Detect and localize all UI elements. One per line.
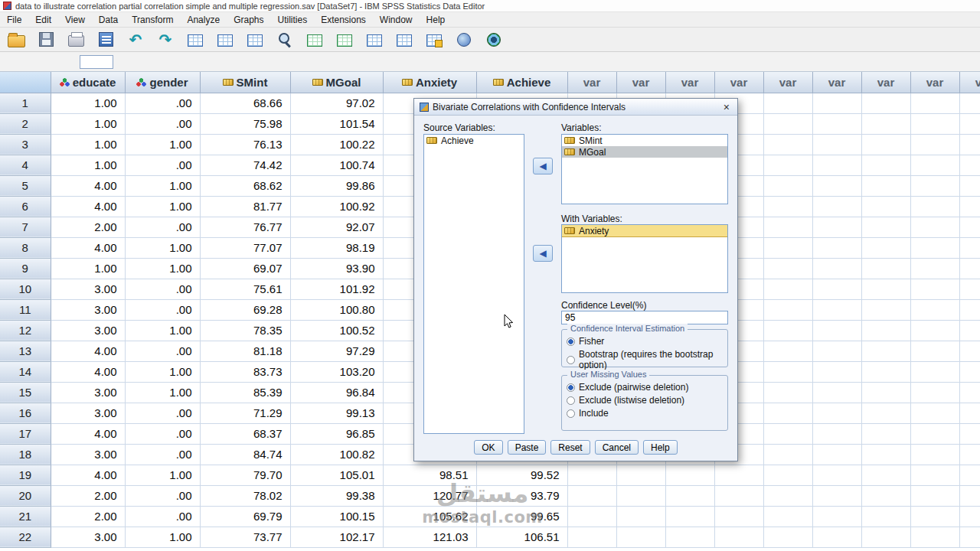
cell[interactable]: 1.00: [125, 175, 200, 196]
cell[interactable]: 4.00: [51, 361, 125, 382]
recall-dialogs-button[interactable]: [96, 30, 116, 50]
cell[interactable]: [861, 506, 910, 527]
cell[interactable]: [861, 217, 910, 237]
cell[interactable]: 69.07: [200, 258, 290, 279]
cell[interactable]: [812, 527, 861, 547]
split-file-button[interactable]: [364, 30, 384, 50]
cell[interactable]: 1.00: [125, 361, 200, 382]
cell[interactable]: [959, 527, 980, 547]
cell[interactable]: [812, 134, 861, 155]
row-header[interactable]: 4: [0, 155, 51, 175]
cell[interactable]: [861, 341, 910, 361]
cell[interactable]: [959, 403, 980, 423]
reset-button[interactable]: Reset: [550, 440, 590, 455]
cell[interactable]: 4.00: [51, 237, 125, 258]
cell[interactable]: 99.13: [290, 403, 383, 423]
cell[interactable]: 1.00: [125, 258, 200, 279]
menu-item-extensions[interactable]: Extensions: [314, 13, 373, 27]
cell[interactable]: [812, 320, 861, 341]
row-header[interactable]: 2: [0, 113, 51, 134]
cell[interactable]: [812, 258, 861, 279]
cell[interactable]: 81.18: [200, 341, 290, 361]
variable-item-mgoal[interactable]: MGoal: [562, 146, 727, 158]
cell[interactable]: 75.98: [200, 113, 290, 134]
cell[interactable]: [714, 465, 763, 485]
cell[interactable]: 1.00: [125, 382, 200, 403]
cell[interactable]: 100.15: [290, 506, 383, 527]
cell[interactable]: 3.00: [51, 382, 125, 403]
cell[interactable]: 105.01: [290, 465, 383, 485]
cell[interactable]: 99.52: [476, 465, 567, 485]
cell[interactable]: .00: [125, 113, 200, 134]
cell[interactable]: 99.86: [290, 175, 383, 196]
column-header-var[interactable]: var: [616, 72, 665, 93]
move-to-variables-button[interactable]: ◀: [533, 158, 553, 174]
radio-exclude-listwise-deletion-[interactable]: Exclude (listwise deletion): [567, 395, 723, 406]
cell[interactable]: 77.07: [200, 237, 290, 258]
row-header[interactable]: 15: [0, 382, 51, 403]
cell[interactable]: [959, 258, 980, 279]
cell[interactable]: [812, 403, 861, 423]
radio-fisher[interactable]: Fisher: [567, 336, 723, 347]
cell[interactable]: 1.00: [125, 237, 200, 258]
cell[interactable]: [959, 299, 980, 320]
cell[interactable]: [812, 279, 861, 299]
cell[interactable]: [910, 403, 959, 423]
cell[interactable]: [763, 258, 812, 279]
variable-item-smint[interactable]: SMint: [562, 135, 727, 146]
source-variables-list[interactable]: Achieve: [423, 134, 524, 434]
cell[interactable]: [910, 113, 959, 134]
cell[interactable]: [616, 485, 665, 506]
goto-variable-button[interactable]: [215, 30, 235, 50]
variables-button[interactable]: [245, 30, 265, 50]
cell[interactable]: [812, 237, 861, 258]
cell[interactable]: [714, 506, 763, 527]
row-header[interactable]: 13: [0, 341, 51, 361]
column-header-MGoal[interactable]: MGoal: [290, 72, 383, 93]
row-header[interactable]: 9: [0, 258, 51, 279]
column-header-var[interactable]: var: [567, 72, 616, 93]
cell[interactable]: [763, 423, 812, 444]
select-all-corner[interactable]: [0, 72, 51, 93]
column-header-var[interactable]: var: [812, 72, 861, 93]
cell[interactable]: [763, 382, 812, 403]
cell[interactable]: [812, 175, 861, 196]
cell[interactable]: 75.61: [200, 279, 290, 299]
cell[interactable]: [665, 506, 714, 527]
cell[interactable]: [861, 299, 910, 320]
cancel-button[interactable]: Cancel: [595, 440, 639, 455]
cell[interactable]: [910, 341, 959, 361]
cell-reference-box[interactable]: [80, 55, 113, 69]
cell[interactable]: [910, 217, 959, 237]
cell[interactable]: [567, 506, 616, 527]
row-header[interactable]: 6: [0, 196, 51, 217]
cell[interactable]: [959, 506, 980, 527]
cell[interactable]: [910, 155, 959, 175]
cell[interactable]: 81.77: [200, 196, 290, 217]
cell[interactable]: [812, 299, 861, 320]
cell[interactable]: [763, 444, 812, 465]
cell[interactable]: [763, 465, 812, 485]
column-header-var[interactable]: var: [665, 72, 714, 93]
cell[interactable]: [812, 113, 861, 134]
cell[interactable]: [910, 506, 959, 527]
cell[interactable]: [861, 465, 910, 485]
cell[interactable]: [763, 485, 812, 506]
cell[interactable]: 3.00: [51, 444, 125, 465]
cell[interactable]: [861, 93, 910, 113]
cell[interactable]: 1.00: [51, 155, 125, 175]
row-header[interactable]: 16: [0, 403, 51, 423]
column-header-educate[interactable]: educate: [51, 72, 125, 93]
cell[interactable]: 103.20: [290, 361, 383, 382]
paste-button[interactable]: Paste: [508, 440, 547, 455]
row-header[interactable]: 21: [0, 506, 51, 527]
cell[interactable]: [812, 382, 861, 403]
cell[interactable]: [910, 93, 959, 113]
cell[interactable]: [812, 361, 861, 382]
column-header-Achieve[interactable]: Achieve: [476, 72, 567, 93]
cell[interactable]: [763, 237, 812, 258]
with-variables-list[interactable]: Anxiety: [561, 224, 728, 293]
cell[interactable]: .00: [125, 93, 200, 113]
cell[interactable]: [763, 341, 812, 361]
cell[interactable]: .00: [125, 506, 200, 527]
